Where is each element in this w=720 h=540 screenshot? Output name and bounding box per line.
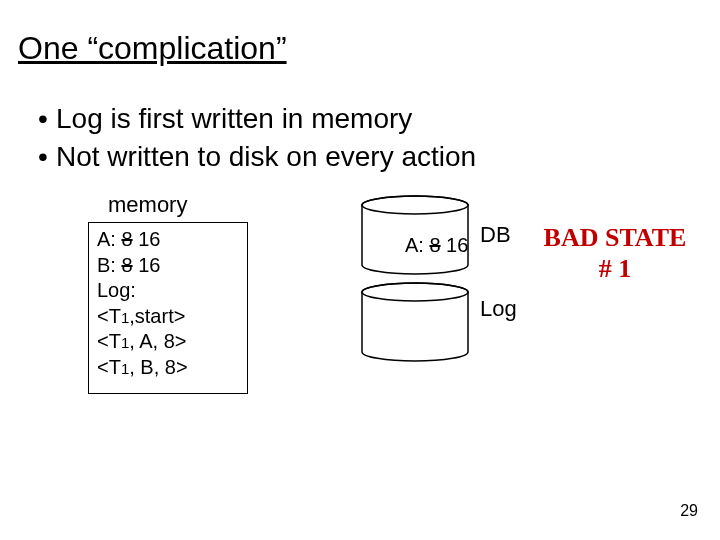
mem-b-struck: 8 bbox=[121, 254, 132, 276]
memory-box: A: 8 16 B: 8 16 Log: <T1,start> <T1, A, … bbox=[88, 222, 248, 394]
memory-log-line-1: <T1,start> bbox=[97, 304, 239, 330]
mem-b-after: 16 bbox=[133, 254, 161, 276]
bullet-1-text: Log is first written in memory bbox=[56, 100, 412, 138]
mem-a-struck: 8 bbox=[121, 228, 132, 250]
bullet-2-text: Not written to disk on every action bbox=[56, 138, 476, 176]
bullet-list: • Log is first written in memory • Not w… bbox=[38, 100, 476, 176]
slide-title: One “complication” bbox=[18, 30, 287, 67]
log-disk-label: Log bbox=[480, 296, 517, 322]
bad-state-callout: BAD STATE # 1 bbox=[530, 222, 700, 284]
mem-b-prefix: B: bbox=[97, 254, 121, 276]
db-a-struck: 8 bbox=[429, 234, 440, 256]
bullet-dot: • bbox=[38, 100, 56, 138]
page-number: 29 bbox=[680, 502, 698, 520]
db-cylinder: A: 8 16 B: 8 bbox=[360, 195, 470, 275]
memory-log-line-3: <T1, B, 8> bbox=[97, 355, 239, 381]
db-a-after: 16 bbox=[441, 234, 469, 256]
memory-log-label: Log: bbox=[97, 278, 239, 304]
memory-label: memory bbox=[108, 192, 187, 218]
bad-state-line1: BAD STATE bbox=[530, 222, 700, 253]
db-a-prefix: A: bbox=[405, 234, 429, 256]
log-cylinder bbox=[360, 282, 470, 362]
db-label: DB bbox=[480, 222, 511, 248]
mem-a-prefix: A: bbox=[97, 228, 121, 250]
bullet-dot: • bbox=[38, 138, 56, 176]
db-line-a: A: 8 16 bbox=[360, 209, 470, 281]
bad-state-line2: # 1 bbox=[530, 253, 700, 284]
memory-line-a: A: 8 16 bbox=[97, 227, 239, 253]
mem-a-after: 16 bbox=[133, 228, 161, 250]
memory-log-line-2: <T1, A, 8> bbox=[97, 329, 239, 355]
memory-line-b: B: 8 16 bbox=[97, 253, 239, 279]
